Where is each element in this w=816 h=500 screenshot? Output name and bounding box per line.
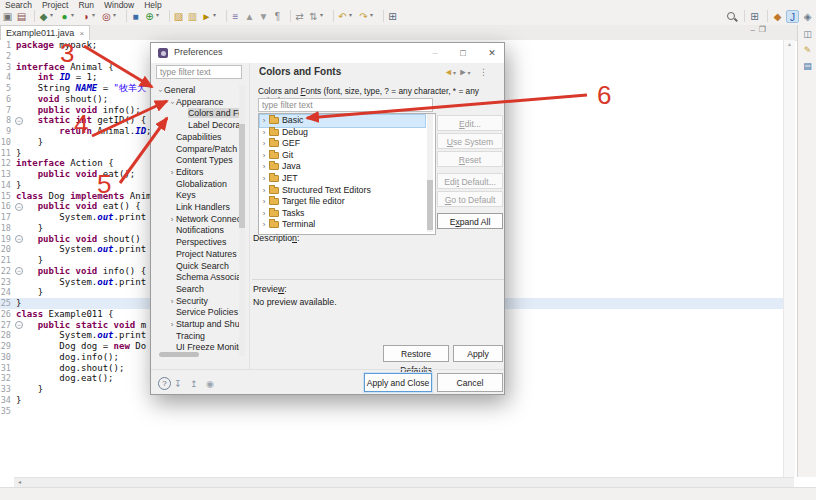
chevron-right-icon[interactable]: ›	[260, 115, 268, 127]
chevron-right-icon[interactable]: ›	[260, 208, 268, 220]
open-perspective-icon[interactable]: ⊞	[748, 10, 761, 23]
scroll-left-icon[interactable]: ◂	[18, 479, 21, 485]
pref-tree-item-security[interactable]: ›Security	[154, 296, 239, 308]
pref-tree-item-project-natures[interactable]: Project Natures	[154, 249, 239, 261]
pref-tree-item-appearance[interactable]: ›Appearance	[154, 97, 239, 109]
pref-tree-item-tracing[interactable]: Tracing	[154, 331, 239, 343]
preferences-filter-input[interactable]	[156, 65, 242, 79]
go-to-default-button[interactable]: Go to Default	[437, 191, 503, 207]
minimize-icon[interactable]: –	[423, 43, 447, 63]
font-category-jet[interactable]: ›JET	[260, 173, 425, 185]
edit--button[interactable]: Edit...	[437, 115, 503, 131]
new-wizard-icon[interactable]: ▣	[1, 10, 14, 23]
close-icon[interactable]: ✕	[480, 43, 504, 63]
new-wizard-dropdown-icon-dropdown[interactable]: ▾	[156, 9, 163, 22]
fonts-tree-scrollbar[interactable]	[427, 114, 433, 232]
pref-tree-item-label-decorations[interactable]: Label Decorations	[154, 120, 239, 132]
view-menu-icon[interactable]: ⋮	[479, 67, 488, 77]
chevron-right-icon[interactable]: ›	[168, 167, 176, 179]
next-annotation-icon[interactable]: ▼	[257, 10, 270, 23]
pref-tree-item-editors[interactable]: ›Editors	[154, 167, 239, 179]
back-history-icon[interactable]: ↶	[336, 10, 349, 23]
pref-tree-item-general[interactable]: ›General	[154, 85, 239, 97]
font-category-debug[interactable]: ›Debug	[260, 127, 425, 139]
external-tools-icon-dropdown[interactable]: ▾	[113, 9, 120, 22]
restore-panel-icon[interactable]: ◫	[801, 28, 814, 41]
font-category-terminal[interactable]: ›Terminal	[260, 219, 425, 231]
help-icon[interactable]: ?	[158, 377, 171, 390]
prev-annotation-icon[interactable]: ▲	[243, 10, 256, 23]
use-system-font-button[interactable]: Use System Font	[437, 133, 503, 149]
forward-dropdown-icon[interactable]: ▾	[467, 70, 470, 76]
type-hierarchy-icon[interactable]: ≡	[229, 10, 242, 23]
chevron-right-icon[interactable]: ›	[260, 196, 268, 208]
forward-history-icon-dropdown[interactable]: ▾	[370, 9, 377, 22]
pref-tree-item-network-connections[interactable]: ›Network Connections	[154, 214, 239, 226]
chevron-down-icon[interactable]: ›	[166, 99, 178, 107]
reset-button[interactable]: Reset	[437, 151, 503, 167]
save-icon[interactable]: ▤	[15, 10, 28, 23]
run-icon-dropdown[interactable]: ▾	[71, 9, 78, 22]
chevron-right-icon[interactable]: ›	[260, 150, 268, 162]
fonts-filter-input[interactable]	[258, 98, 433, 112]
export-preferences-icon[interactable]: ↥	[190, 379, 198, 389]
pref-tree-item-content-types[interactable]: Content Types	[154, 155, 239, 167]
chevron-right-icon[interactable]: ›	[260, 173, 268, 185]
import-preferences-icon[interactable]: ↧	[174, 379, 182, 389]
search-icon[interactable]	[725, 10, 738, 23]
coverage-icon[interactable]: ◑	[79, 10, 92, 23]
forward-history-icon[interactable]: ↷	[357, 10, 370, 23]
cancel-button[interactable]: Cancel	[437, 373, 503, 392]
font-category-structured-text-editors[interactable]: ›Structured Text Editors	[260, 185, 425, 197]
font-category-target-file-editor[interactable]: ›Target file editor	[260, 196, 425, 208]
open-console-icon[interactable]: ⊞	[386, 10, 399, 23]
back-icon[interactable]: ◄	[444, 67, 453, 77]
pref-tree-item-keys[interactable]: Keys	[154, 190, 239, 202]
sort-icon-dropdown[interactable]: ▾	[320, 9, 327, 22]
pref-tree-item-search[interactable]: Search	[154, 284, 239, 296]
chevron-right-icon[interactable]: ›	[168, 319, 176, 331]
font-category-tasks[interactable]: ›Tasks	[260, 208, 425, 220]
expand-all-button[interactable]: Expand All	[437, 213, 503, 229]
task-list-icon[interactable]: ✎	[801, 44, 814, 57]
scroll-up-icon[interactable]: ▲	[787, 41, 792, 47]
editor-tab[interactable]: Example011.java×	[0, 25, 90, 41]
font-category-gef[interactable]: ›GEF	[260, 138, 425, 150]
debug-icon-dropdown[interactable]: ▾	[50, 9, 57, 22]
run-icon[interactable]: ●	[58, 10, 71, 23]
chevron-right-icon[interactable]: ›	[260, 161, 268, 173]
chevron-right-icon[interactable]: ›	[168, 214, 176, 226]
back-dropdown-icon[interactable]: ▾	[453, 70, 456, 76]
apply-button[interactable]: Apply	[453, 345, 503, 362]
pref-tree-item-quick-search[interactable]: Quick Search	[154, 261, 239, 273]
pref-tree-item-globalization[interactable]: Globalization	[154, 179, 239, 191]
preferences-tree-scrollbar[interactable]	[239, 85, 245, 356]
pref-tree-item-compare-patch[interactable]: Compare/Patch	[154, 144, 239, 156]
pref-tree-item-perspectives[interactable]: Perspectives	[154, 237, 239, 249]
chevron-right-icon[interactable]: ›	[168, 296, 176, 308]
chevron-right-icon[interactable]: ›	[260, 138, 268, 150]
pref-tree-item-colors-and-fonts[interactable]: Colors and Fonts	[154, 108, 239, 120]
chevron-right-icon[interactable]: ›	[260, 185, 268, 197]
link-with-editor-icon[interactable]: ⇄	[293, 10, 306, 23]
java-perspective-icon[interactable]: J	[786, 10, 799, 23]
editor-vertical-scrollbar[interactable]: ▲	[783, 40, 795, 477]
edit-default--button[interactable]: Edit Default...	[437, 173, 503, 189]
pref-tree-item-startup-and-shutdown[interactable]: ›Startup and Shutdown	[154, 319, 239, 331]
pref-tree-item-capabilities[interactable]: Capabilities	[154, 132, 239, 144]
pref-tree-item-notifications[interactable]: Notifications	[154, 225, 239, 237]
coverage-icon-dropdown[interactable]: ▾	[92, 9, 99, 22]
chevron-down-icon[interactable]: ›	[154, 87, 166, 95]
back-history-icon-dropdown[interactable]: ▾	[349, 9, 356, 22]
pref-tree-item-link-handlers[interactable]: Link Handlers	[154, 202, 239, 214]
preferences-tree-hscroll-thumb[interactable]	[159, 352, 199, 357]
messages-icon[interactable]: ▥	[186, 10, 199, 23]
debug-icon[interactable]: ◆	[37, 10, 50, 23]
font-category-basic[interactable]: ›Basic	[260, 115, 425, 127]
maximize-icon[interactable]: □	[451, 43, 475, 63]
record-icon[interactable]: ◉	[206, 379, 214, 389]
font-category-git[interactable]: ›Git	[260, 150, 425, 162]
font-category-java[interactable]: ›Java	[260, 161, 425, 173]
new-wizard-dropdown-icon[interactable]: ⊕	[143, 10, 156, 23]
pref-tree-item-schema-associations[interactable]: Schema Associations	[154, 272, 239, 284]
